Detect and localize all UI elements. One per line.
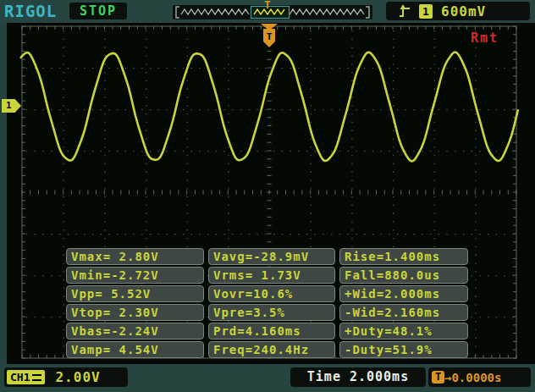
measurement-cell-nwid: -Wid=2.160ms: [339, 304, 468, 321]
trigger-offset-value: →0.0000s: [444, 371, 501, 384]
measurement-cell-prd: Prd=4.160ms: [208, 323, 335, 340]
brand-logo: RIGOL: [4, 2, 57, 20]
remote-indicator: Rmt: [471, 30, 499, 46]
measurement-cell-pduty: +Duty=48.1%: [339, 323, 468, 340]
measurement-cell-vmin: Vmin=-2.72V: [66, 267, 204, 284]
measurement-cell-nduty: -Duty=51.9%: [339, 341, 468, 358]
measurement-cell-freq: Freq=240.4Hz: [208, 341, 335, 358]
trigger-info-box: 1 600mV: [386, 2, 530, 20]
timebase-box: Time 2.000ms: [290, 367, 426, 387]
measurement-cell-vpp: Vpp= 5.52V: [66, 285, 204, 302]
footer-bar: CH1 2.00V Time 2.000ms T →0.0000s: [0, 364, 535, 392]
measurement-panel: Vmax= 2.80V Vavg=-28.9mV Rise=1.400ms Vm…: [66, 248, 468, 358]
channel1-status-box: CH1 2.00V: [4, 367, 128, 387]
measurement-cell-vrms: Vrms= 1.73V: [208, 267, 335, 284]
waveform-preview-icon: [173, 5, 372, 19]
trigger-marker-label: T: [267, 31, 273, 42]
rising-edge-icon: [398, 4, 411, 18]
trigger-offset-box: T →0.0000s: [428, 367, 531, 387]
measurement-cell-vpre: Vpre=3.5%: [208, 304, 335, 321]
channel1-label: CH1: [10, 371, 30, 384]
trigger-position-marker-icon: T: [261, 24, 278, 49]
oscilloscope-screen: { "header": { "brand": "RIGOL", "status"…: [0, 0, 535, 392]
trigger-position-preview-icon: T: [264, 0, 271, 11]
measurement-cell-vavg: Vavg=-28.9mV: [208, 248, 335, 265]
measurement-cell-pwid: +Wid=2.000ms: [339, 285, 468, 302]
header-bar: RIGOL STOP T 1 600mV: [0, 0, 535, 23]
measurement-cell-fall: Fall=880.0us: [339, 267, 468, 284]
measurement-cell-vovr: Vovr=10.6%: [208, 285, 335, 302]
channel1-marker-label: 1: [6, 100, 12, 111]
trigger-level-value: 600mV: [441, 3, 486, 19]
measurement-cell-vmax: Vmax= 2.80V: [66, 248, 204, 265]
measurement-cell-rise: Rise=1.400ms: [339, 248, 468, 265]
channel1-badge: CH1: [7, 370, 45, 384]
run-status-badge: STOP: [69, 3, 127, 19]
measurement-cell-vamp: Vamp= 4.54V: [66, 341, 204, 358]
measurement-cell-vbas: Vbas=-2.24V: [66, 323, 204, 340]
waveform-preview-bar: [173, 5, 372, 19]
dc-coupling-icon: [32, 374, 41, 381]
trigger-offset-t-icon: T: [432, 371, 444, 384]
measurement-cell-vtop: Vtop= 2.30V: [66, 304, 204, 321]
trigger-channel-badge: 1: [419, 4, 433, 19]
channel1-scale-value: 2.00V: [55, 369, 100, 385]
run-status-label: STOP: [80, 3, 117, 19]
